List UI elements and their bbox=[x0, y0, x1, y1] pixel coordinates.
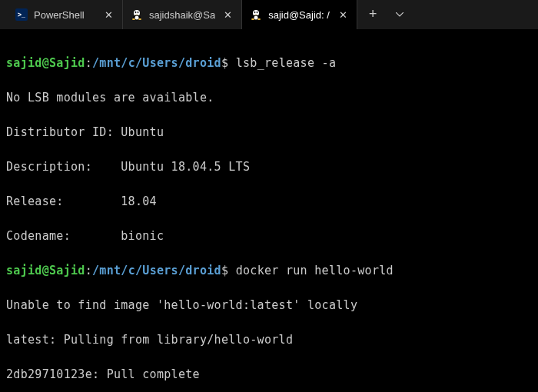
prompt-dollar: $ bbox=[221, 264, 228, 277]
svg-point-6 bbox=[138, 18, 141, 20]
close-icon[interactable]: ✕ bbox=[102, 8, 115, 21]
svg-point-8 bbox=[254, 12, 256, 13]
tab-wsl-2[interactable]: sajid@Sajid: / ✕ bbox=[242, 0, 357, 29]
titlebar: >_ PowerShell ✕ sajidshaik@Sa ✕ sajid@Sa… bbox=[0, 0, 538, 29]
output-line: No LSB modules are available. bbox=[6, 89, 532, 107]
tab-label: sajidshaik@Sa bbox=[149, 9, 215, 21]
svg-point-2 bbox=[138, 12, 139, 13]
svg-point-5 bbox=[132, 18, 135, 20]
powershell-icon: >_ bbox=[15, 8, 28, 21]
output-line: 2db29710123e: Pull complete bbox=[6, 366, 532, 384]
svg-point-11 bbox=[254, 16, 258, 20]
output-line: Distributor ID: Ubuntu bbox=[6, 124, 532, 141]
svg-point-13 bbox=[257, 18, 261, 20]
svg-point-4 bbox=[135, 16, 139, 20]
terminal-content[interactable]: sajid@Sajid:/mnt/c/Users/droid$ lsb_rele… bbox=[0, 29, 538, 392]
output-line: Description: Ubuntu 18.04.5 LTS bbox=[6, 158, 532, 176]
output-line: Release: 18.04 bbox=[6, 193, 532, 211]
tux-icon bbox=[250, 8, 262, 21]
tab-label: sajid@Sajid: / bbox=[268, 9, 330, 21]
prompt-userhost: sajid@Sajid bbox=[6, 264, 85, 277]
tab-dropdown-button[interactable] bbox=[388, 0, 411, 29]
close-icon[interactable]: ✕ bbox=[221, 8, 234, 21]
tux-icon bbox=[131, 8, 143, 21]
output-line: latest: Pulling from library/hello-world bbox=[6, 331, 532, 349]
prompt-userhost: sajid@Sajid bbox=[6, 56, 85, 70]
command-text: lsb_release -a bbox=[236, 56, 337, 70]
prompt-colon: : bbox=[85, 264, 92, 277]
svg-point-12 bbox=[251, 18, 254, 20]
output-line: Codename: bionic bbox=[6, 228, 532, 245]
prompt-colon: : bbox=[85, 56, 92, 70]
prompt-dollar: $ bbox=[221, 56, 228, 70]
command-text: docker run hello-world bbox=[236, 264, 394, 277]
prompt-path: /mnt/c/Users/droid bbox=[92, 56, 221, 70]
tab-powershell[interactable]: >_ PowerShell ✕ bbox=[8, 0, 123, 29]
close-icon[interactable]: ✕ bbox=[337, 8, 349, 21]
svg-point-9 bbox=[257, 12, 258, 13]
tab-label: PowerShell bbox=[34, 9, 96, 21]
svg-point-1 bbox=[135, 12, 137, 13]
output-line: Unable to find image 'hello-world:latest… bbox=[6, 297, 532, 314]
prompt-path: /mnt/c/Users/droid bbox=[92, 264, 221, 277]
new-tab-button[interactable]: + bbox=[357, 0, 388, 29]
tab-wsl-1[interactable]: sajidshaik@Sa ✕ bbox=[123, 0, 242, 29]
